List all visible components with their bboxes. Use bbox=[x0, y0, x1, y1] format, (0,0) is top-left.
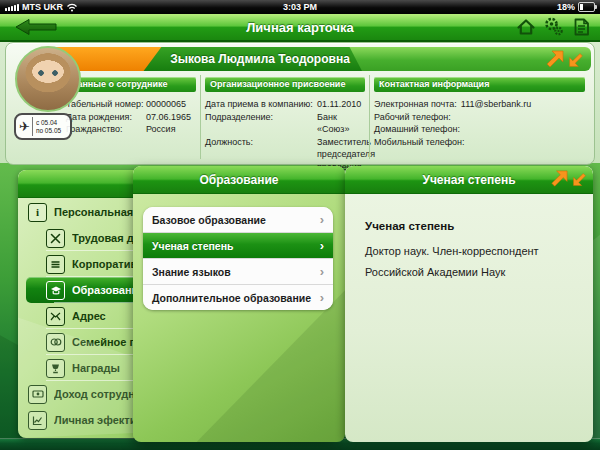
info-row: Домашний телефон: bbox=[374, 123, 585, 136]
corporate-learning-icon bbox=[46, 255, 65, 274]
section-title: Организационное присвоение bbox=[205, 77, 365, 92]
submenu-item-languages[interactable]: Знание языков › bbox=[143, 259, 333, 285]
chevron-right-icon: › bbox=[320, 239, 324, 252]
info-row: Табельный номер: 00000065 bbox=[66, 98, 196, 111]
awards-icon bbox=[46, 359, 65, 378]
submenu-item-additional-education[interactable]: Дополнительное образование › bbox=[143, 285, 333, 310]
page-title: Личная карточка bbox=[0, 20, 600, 35]
info-row: Подразделение: Банк «Союз» bbox=[205, 111, 365, 136]
chevron-right-icon: › bbox=[320, 213, 324, 226]
chevron-right-icon: › bbox=[320, 265, 324, 278]
home-button[interactable] bbox=[515, 16, 536, 37]
section-title: Контактная информация bbox=[374, 77, 585, 92]
submenu-item-academic-degree[interactable]: Ученая степень › bbox=[143, 233, 333, 259]
family-icon bbox=[46, 333, 65, 352]
employee-name-banner: Зыкова Людмила Теодоровна bbox=[50, 47, 591, 71]
info-row: Дата рождения: 07.06.1965 bbox=[66, 111, 196, 124]
detail-panel: Ученая степень Ученая степень Доктор нау… bbox=[345, 166, 593, 442]
submenu-list: Базовое образование › Ученая степень › З… bbox=[143, 207, 333, 310]
gears-icon bbox=[543, 16, 564, 37]
education-icon bbox=[46, 281, 65, 300]
detail-text-line: Российской Академии Наук bbox=[365, 262, 593, 283]
detail-text-line: Доктор наук. Член-корреспондент bbox=[365, 241, 593, 262]
work-icon bbox=[46, 229, 65, 248]
arrow-up-right-icon[interactable] bbox=[543, 49, 565, 71]
section-title: Данные о сотруднике bbox=[66, 77, 196, 92]
nav-bar: Личная карточка bbox=[0, 14, 600, 42]
income-icon bbox=[28, 385, 47, 404]
detail-heading: Ученая степень bbox=[365, 220, 593, 232]
info-row: Дата приема в компанию: 01.11.2010 bbox=[205, 98, 365, 111]
education-submenu-panel: Образование Базовое образование › Ученая… bbox=[133, 166, 345, 442]
app-screen: MTS UKR 3:03 PM 18% Личная карточка bbox=[0, 0, 600, 450]
settings-button[interactable] bbox=[543, 16, 564, 37]
efficiency-icon bbox=[28, 411, 47, 430]
status-bar: MTS UKR 3:03 PM 18% bbox=[0, 0, 600, 14]
submenu-item-basic-education[interactable]: Базовое образование › bbox=[143, 207, 333, 233]
vacation-to: по 05.05 bbox=[36, 127, 61, 135]
address-icon bbox=[46, 307, 65, 326]
vacation-from: с 05.04 bbox=[36, 119, 61, 127]
battery-percent-label: 18% bbox=[557, 2, 575, 12]
clock-label: 3:03 PM bbox=[0, 2, 600, 12]
info-row: Электронная почта: 111@sberbank.ru bbox=[374, 98, 585, 111]
info-icon: i bbox=[28, 203, 47, 222]
section-employee-data: Данные о сотруднике Табельный номер: 000… bbox=[62, 75, 200, 159]
document-icon bbox=[572, 17, 591, 37]
info-row: Гражданство: Россия bbox=[66, 123, 196, 136]
arrow-up-right-icon[interactable] bbox=[548, 169, 569, 190]
battery-icon bbox=[578, 2, 595, 12]
info-row: Мобильный телефон: bbox=[374, 136, 585, 149]
section-contact-info: Контактная информация Электронная почта:… bbox=[369, 75, 589, 159]
detail-title: Ученая степень bbox=[422, 173, 515, 187]
chevron-right-icon: › bbox=[320, 291, 324, 304]
arrow-down-left-icon[interactable] bbox=[572, 172, 587, 187]
employee-card: Зыкова Людмила Теодоровна ✈ с 05.04 по 0… bbox=[5, 42, 595, 165]
notes-button[interactable] bbox=[571, 16, 592, 37]
content-area: i Персональная инфо Трудовая деятел Корп… bbox=[0, 163, 600, 450]
airplane-icon: ✈ bbox=[16, 119, 32, 134]
vacation-badge: ✈ с 05.04 по 05.05 bbox=[14, 113, 72, 140]
employee-photo bbox=[15, 46, 81, 112]
section-org-assignment: Организационное присвоение Дата приема в… bbox=[200, 75, 369, 159]
arrow-down-left-icon[interactable] bbox=[568, 52, 584, 68]
info-row: Рабочий телефон: bbox=[374, 111, 585, 124]
employee-name: Зыкова Людмила Теодоровна bbox=[162, 47, 358, 71]
submenu-title: Образование bbox=[133, 166, 345, 194]
home-icon bbox=[516, 17, 536, 37]
